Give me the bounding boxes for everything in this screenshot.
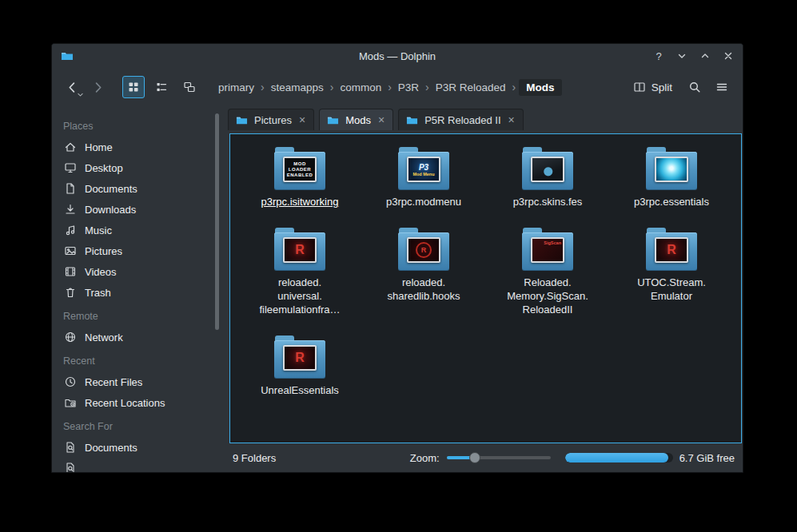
file-label: p3rpc.isitworking [261,195,339,208]
download-icon [64,203,77,216]
view-mode-group [122,76,201,98]
mod-loader-thumbnail: MOD LOADER ENABLED [283,157,317,182]
breadcrumb-separator: › [512,81,516,93]
sidebar-scrollbar[interactable] [215,113,219,330]
zoom-slider-handle[interactable] [469,452,480,463]
sidebar-item-search-documents[interactable]: Documents [52,437,223,458]
history-dropdown-icon [77,91,84,98]
file-item[interactable]: p3rpc.skins.fes [488,147,608,208]
breadcrumb-item-mods-current[interactable]: Mods [519,79,561,96]
file-item[interactable]: R UnrealEssentials [240,335,360,397]
sidebar-item-recent-locations[interactable]: Recent Locations [52,392,223,413]
folder-clock-icon [64,396,77,409]
titlebar: Mods — Dolphin ? [52,44,743,68]
breadcrumb: primary › steamapps › common › P3R › P3R… [217,79,562,96]
folder-icon: MOD LOADER ENABLED [274,147,325,190]
home-icon [64,141,77,153]
tab-label: Pictures [254,114,292,126]
places-section-header: Places [63,121,212,133]
chevron-down-icon [677,51,687,61]
file-grid: MOD LOADER ENABLED p3rpc.isitworking P3M… [230,134,741,397]
split-button[interactable]: Split [627,77,679,97]
menu-button[interactable] [711,76,733,98]
breadcrumb-separator: › [388,81,392,93]
file-label: Reloaded. Memory.SigScan. ReloadedII [507,276,588,316]
grid-view-icon [127,81,140,93]
tab-label: Mods [345,114,371,126]
sidebar-item-downloads[interactable]: Downloads [52,199,223,220]
globe-icon [64,331,77,343]
forward-button[interactable] [87,77,108,97]
places-panel: Places Home Desktop Documents Downloads … [52,106,223,472]
sidebar-item-videos[interactable]: Videos [52,261,223,282]
sidebar-item-documents[interactable]: Documents [52,178,223,199]
file-item[interactable]: R reloaded. sharedlib.hooks [364,228,484,303]
trash-icon [64,286,77,299]
chevron-up-icon [700,51,710,61]
search-for-section-header: Search For [63,421,212,434]
status-bar: 9 Folders Zoom: 6.7 GiB free [223,443,743,472]
breadcrumb-item-primary[interactable]: primary [217,79,256,96]
recent-section-header: Recent [63,355,212,368]
window-title: Mods — Dolphin [52,50,743,62]
sidebar-item-pictures[interactable]: Pictures [52,240,223,261]
breadcrumb-item-p3r[interactable]: P3R [397,79,420,96]
breadcrumb-item-common[interactable]: common [338,79,383,96]
zoom-slider[interactable] [447,456,551,459]
back-button[interactable] [62,77,82,97]
sidebar-item-label: Network [85,332,123,343]
minimize-button[interactable] [675,50,688,62]
music-note-icon [64,224,77,236]
search-button[interactable] [683,76,706,98]
breadcrumb-separator: › [425,81,429,93]
help-button[interactable]: ? [652,50,665,62]
sidebar-item-label: Trash [85,287,111,299]
file-item[interactable]: SigScan Reloaded. Memory.SigScan. Reload… [488,228,608,316]
sidebar-item-network[interactable]: Network [52,327,223,347]
document-icon [64,182,77,195]
sidebar-item-label: Documents [85,442,137,454]
breadcrumb-item-steamapps[interactable]: steamapps [269,79,325,96]
file-item[interactable]: MOD LOADER ENABLED p3rpc.isitworking [240,147,360,208]
sidebar-item-recent-files[interactable]: Recent Files [52,371,223,392]
icons-view-button[interactable] [122,76,145,98]
close-button[interactable] [722,50,735,62]
tab-p5r-reloaded-ii[interactable]: P5R Reloaded II × [398,109,524,130]
file-item[interactable]: P3Mod Menu p3rpc.modmenu [364,147,484,208]
split-view-icon [633,81,646,93]
window-folder-icon[interactable] [60,50,74,62]
essentials-thumbnail [655,157,688,182]
tab-close-icon[interactable]: × [298,114,306,125]
tab-mods[interactable]: Mods × [319,109,393,130]
folder-icon: R [274,335,325,379]
file-label: UTOC.Stream. Emulator [637,276,706,303]
maximize-button[interactable] [699,50,711,62]
sidebar-item-music[interactable]: Music [52,220,223,240]
zoom-label: Zoom: [410,452,440,464]
image-icon [64,244,77,257]
tab-close-icon[interactable]: × [508,114,516,125]
hamburger-menu-icon [715,81,728,93]
sidebar-item-label: Home [85,141,113,153]
details-view-button[interactable] [178,76,201,98]
file-label: p3rpc.modmenu [386,195,461,208]
file-item[interactable]: p3rpc.essentials [612,147,731,208]
folder-icon [406,114,418,126]
compact-view-button[interactable] [150,76,173,98]
breadcrumb-item-p3r-reloaded[interactable]: P3R Reloaded [434,79,508,96]
file-item[interactable]: R reloaded. universal. fileemulationfra… [240,228,360,316]
sidebar-item-trash[interactable]: Trash [52,282,223,303]
document-search-icon [64,462,77,472]
skins-thumbnail [531,157,564,182]
sigscan-thumbnail: SigScan [531,237,564,263]
clock-icon [64,375,77,388]
folder-icon: R [646,228,697,271]
sidebar-item-desktop[interactable]: Desktop [52,157,223,178]
tab-close-icon[interactable]: × [377,114,385,125]
tab-pictures[interactable]: Pictures × [228,109,314,130]
monitor-icon [64,161,77,174]
zoom-control: Zoom: [410,452,551,464]
sidebar-item-home[interactable]: Home [52,137,223,157]
file-item[interactable]: R UTOC.Stream. Emulator [612,228,731,303]
sidebar-item-clipped[interactable] [52,458,223,472]
